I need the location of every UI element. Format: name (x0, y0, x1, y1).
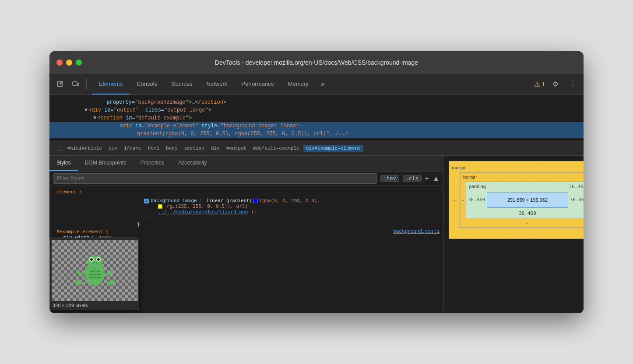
element-rule: element { (49, 188, 443, 197)
breadcrumb-default-example[interactable]: #default-example (250, 145, 302, 152)
rule2-source[interactable]: background.css:1 (393, 229, 440, 234)
boxmodel-panel: margin - - border - (443, 156, 584, 313)
dots-menu[interactable]: ⋮ (56, 215, 440, 220)
html-line-4-selected[interactable]: <div id="example-element" style="backgro… (49, 122, 584, 130)
html-line-1[interactable]: property="backgroundImage">…</section> (49, 98, 584, 106)
margin-label: margin (452, 165, 467, 170)
outer-bottom-dash: - (527, 248, 528, 253)
border-bottom-dash: - (527, 220, 528, 225)
breadcrumb-body[interactable]: body (163, 145, 180, 152)
svg-point-8 (92, 262, 94, 263)
more-options-icon[interactable]: ⋮ (566, 77, 580, 91)
element-rule-close: } (49, 221, 443, 227)
bg-image-url-link[interactable]: ../../media/examples/lizard.png (158, 209, 248, 215)
titlebar: DevTools - developer.mozilla.org/en-US/d… (49, 51, 584, 74)
outer-left-dash: - (449, 241, 450, 246)
tab-accessibility[interactable]: Accessibility (171, 156, 214, 171)
padding-left-val: 36.469 (466, 197, 487, 203)
more-tabs-button[interactable]: » (317, 80, 328, 88)
toolbar-tabs: Elements Console Sources Network Perform… (92, 74, 316, 94)
styles-filter-row: :hov .cls + ▲ (49, 172, 443, 186)
breadcrumb-output[interactable]: #output (224, 145, 249, 152)
border-left-val: - (461, 197, 466, 203)
breadcrumb: ... #wikiArticle div iframe html body se… (49, 142, 584, 156)
styles-panel: Styles DOM Breakpoints Properties Access… (49, 156, 443, 313)
cls-button[interactable]: .cls (403, 175, 422, 182)
svg-rect-0 (73, 82, 77, 85)
minimize-button[interactable] (66, 60, 72, 66)
tab-styles[interactable]: Styles (49, 156, 78, 171)
tooltip-size: 320 × 229 pixels (52, 301, 137, 308)
html-line-2[interactable]: ▼<div id="output" class="output large"> (49, 106, 584, 114)
filter-input[interactable] (53, 173, 377, 184)
breadcrumb-div2[interactable]: div (208, 145, 222, 152)
border-label: border (463, 175, 477, 180)
boxmodel-container: margin - - border - (449, 161, 584, 253)
styles-content: element { (49, 186, 443, 313)
svg-point-7 (97, 258, 100, 261)
tab-network[interactable]: Network (200, 74, 235, 94)
tab-memory[interactable]: Memory (281, 74, 316, 94)
tab-sources[interactable]: Sources (165, 74, 200, 94)
tooltip-image (52, 240, 138, 301)
inspector-icon[interactable] (53, 77, 67, 91)
warning-icon: ⚠ (534, 80, 540, 88)
svg-point-5 (90, 258, 93, 261)
settings-icon[interactable]: ⚙ (549, 77, 563, 91)
breadcrumb-wiki[interactable]: #wikiArticle (65, 145, 105, 152)
content-size: 291.859 × 195.062 (507, 197, 548, 203)
padding-label: padding (469, 184, 486, 189)
breadcrumb-html[interactable]: html (145, 145, 162, 152)
bg-image-checkbox[interactable] (144, 199, 149, 203)
breadcrumb-example-element[interactable]: div#example-element (303, 145, 363, 152)
devtools-toolbar: Elements Console Sources Network Perform… (49, 74, 584, 95)
add-style-button[interactable]: + (425, 174, 429, 182)
tab-dom-breakpoints[interactable]: DOM Breakpoints (78, 156, 134, 171)
breadcrumb-more[interactable]: ... (53, 145, 65, 152)
panel-tabs: Styles DOM Breakpoints Properties Access… (49, 156, 443, 172)
gecko-image (69, 246, 121, 294)
warning-badge[interactable]: ⚠ 1 (534, 80, 545, 88)
tab-elements[interactable]: Elements (92, 74, 130, 94)
padding-top-val: 36.469 (569, 184, 584, 189)
padding-right-val: 36.469 (568, 197, 584, 203)
html-panel: property="backgroundImage">…</section> ▼… (49, 95, 584, 142)
maximize-button[interactable] (76, 60, 82, 66)
breadcrumb-section[interactable]: section (182, 145, 207, 152)
tab-properties[interactable]: Properties (133, 156, 171, 171)
svg-rect-1 (77, 83, 79, 85)
margin-box: margin - - border - (449, 161, 584, 239)
padding-bottom-val: 36.469 (519, 210, 536, 216)
svg-point-9 (96, 262, 97, 263)
tab-performance[interactable]: Performance (234, 74, 281, 94)
hov-button[interactable]: :hov (380, 175, 399, 182)
margin-left-val: - (449, 197, 460, 203)
svg-point-10 (91, 267, 99, 280)
traffic-lights (56, 60, 82, 66)
window-title: DevTools - developer.mozilla.org/en-US/d… (215, 59, 418, 66)
rule2-selector: #example-element { (56, 229, 109, 234)
breadcrumb-div1[interactable]: div (106, 145, 120, 152)
toolbar-right: ⚠ 1 ⚙ ⋮ (534, 77, 580, 91)
bg-image-prop: background-image : linear-gradient( rgba… (49, 197, 443, 221)
color-swatch-blue[interactable] (253, 199, 258, 203)
toolbar-separator (86, 79, 87, 89)
responsive-icon[interactable] (69, 77, 83, 91)
image-tooltip: 320 × 229 pixels (49, 238, 139, 310)
html-line-3[interactable]: ▼<section id="default-example"> (49, 114, 584, 122)
close-button[interactable] (56, 60, 63, 66)
main-content: property="backgroundImage">…</section> ▼… (49, 95, 584, 313)
padding-box: padding 36.469 36.469 291.859 × 195.062 (466, 182, 584, 218)
color-swatch-yellow[interactable] (158, 204, 162, 209)
tab-console[interactable]: Console (130, 74, 165, 94)
breadcrumb-iframe[interactable]: iframe (121, 145, 144, 152)
html-line-5: gradient(rgba(0, 0, 255, 0.5), rgba(255,… (49, 130, 584, 138)
border-box: border - - padding 36.469 (460, 172, 584, 228)
content-box: 291.859 × 195.062 (487, 192, 568, 208)
margin-bottom-val: - (527, 230, 528, 235)
svg-point-3 (87, 256, 103, 268)
devtools-window: DevTools - developer.mozilla.org/en-US/d… (49, 51, 584, 313)
styles-scrollbar-handle: ▲ (433, 175, 440, 182)
lower-panels: Styles DOM Breakpoints Properties Access… (49, 156, 584, 313)
